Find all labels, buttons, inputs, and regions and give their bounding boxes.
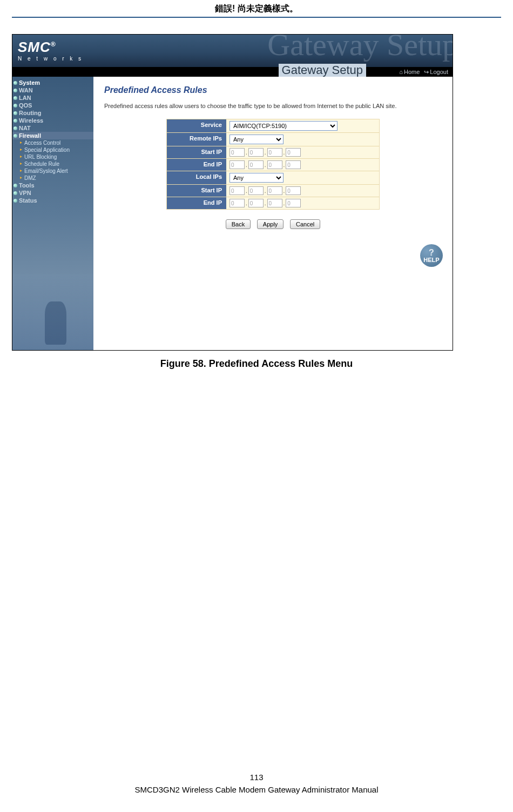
apply-button[interactable]: Apply bbox=[257, 219, 284, 229]
field-label: End IP bbox=[167, 159, 226, 171]
field-label: Local IPs bbox=[167, 171, 226, 184]
footer-manual-title: SMCD3GN2 Wireless Cable Modem Gateway Ad… bbox=[0, 784, 513, 796]
home-icon: ⌂ bbox=[399, 69, 403, 75]
ip-dot: . bbox=[265, 162, 266, 168]
sidebar-item-firewall[interactable]: Firewall bbox=[12, 132, 93, 139]
brand-text: SMC bbox=[18, 39, 51, 55]
figure-caption: Figure 58. Predefined Access Rules Menu bbox=[0, 358, 513, 370]
sidebar-image bbox=[12, 274, 93, 350]
screenshot-blackbar: Gateway Setup ⌂Home ↪Logout bbox=[12, 67, 453, 77]
help-button[interactable]: ? HELP bbox=[420, 244, 443, 267]
field-cell: ... bbox=[226, 185, 379, 197]
ip-octet-input[interactable] bbox=[286, 199, 301, 207]
form-row: ServiceAIM/ICQ(TCP:5190) bbox=[167, 119, 379, 133]
sidebar-item-nat[interactable]: NAT bbox=[12, 124, 93, 132]
topbar-links: ⌂Home ↪Logout bbox=[395, 67, 453, 77]
page-number: 113 bbox=[0, 771, 513, 784]
local-ips-select[interactable]: Any bbox=[230, 173, 284, 183]
ip-dot: . bbox=[246, 200, 247, 206]
ip-octet-input[interactable] bbox=[286, 186, 301, 195]
sidebar-item-dmz[interactable]: DMZ bbox=[12, 175, 93, 182]
access-rules-form: ServiceAIM/ICQ(TCP:5190)Remote IPsAnySta… bbox=[166, 119, 380, 210]
ip-dot: . bbox=[265, 150, 266, 156]
ip-dot: . bbox=[265, 200, 266, 206]
sidebar: SystemWANLANQOSRoutingWirelessNATFirewal… bbox=[12, 77, 93, 350]
sidebar-item-email-syslog-alert[interactable]: Email/Syslog Alert bbox=[12, 167, 93, 175]
home-link[interactable]: ⌂Home bbox=[399, 69, 420, 75]
field-cell: Any bbox=[226, 171, 379, 184]
form-row: End IP... bbox=[167, 159, 379, 171]
ip-octet-input[interactable] bbox=[286, 148, 301, 157]
field-label: Start IP bbox=[167, 185, 226, 197]
page-divider bbox=[12, 17, 501, 18]
sidebar-item-vpn[interactable]: VPN bbox=[12, 189, 93, 197]
field-label: Start IP bbox=[167, 146, 226, 158]
page-description: Predefined access rules allow users to c… bbox=[104, 103, 442, 109]
home-label: Home bbox=[404, 69, 420, 75]
ip-octet-input[interactable] bbox=[267, 199, 282, 207]
ip-octet-input[interactable] bbox=[230, 199, 245, 207]
sidebar-item-system[interactable]: System bbox=[12, 79, 93, 86]
sidebar-item-lan[interactable]: LAN bbox=[12, 94, 93, 102]
ip-octet-input[interactable] bbox=[230, 148, 245, 157]
field-cell: ... bbox=[226, 146, 379, 158]
screenshot-topbar: Gateway Setup SMC® N e t w o r k s bbox=[12, 35, 453, 67]
sidebar-item-access-control[interactable]: Access Control bbox=[12, 139, 93, 146]
page-footer: 113 SMCD3GN2 Wireless Cable Modem Gatewa… bbox=[0, 771, 513, 796]
ip-dot: . bbox=[284, 200, 285, 206]
ip-octet-input[interactable] bbox=[248, 160, 264, 169]
remote-ips-select[interactable]: Any bbox=[230, 135, 284, 144]
button-row: Back Apply Cancel bbox=[104, 219, 442, 229]
main-panel: Predefined Access Rules Predefined acces… bbox=[93, 77, 453, 350]
ip-dot: . bbox=[284, 162, 285, 168]
field-label: Remote IPs bbox=[167, 133, 226, 146]
ip-octet-input[interactable] bbox=[248, 186, 264, 195]
field-label: End IP bbox=[167, 197, 226, 209]
sidebar-item-special-application[interactable]: Special Application bbox=[12, 146, 93, 153]
ip-dot: . bbox=[246, 188, 247, 194]
ip-octet-input[interactable] bbox=[267, 148, 282, 157]
form-row: End IP... bbox=[167, 197, 379, 209]
ip-octet-input[interactable] bbox=[230, 186, 245, 195]
ip-octet-input[interactable] bbox=[286, 160, 301, 169]
sidebar-item-wan[interactable]: WAN bbox=[12, 86, 93, 94]
ip-dot: . bbox=[265, 188, 266, 194]
sidebar-item-wireless[interactable]: Wireless bbox=[12, 117, 93, 124]
help-question-icon: ? bbox=[429, 249, 434, 257]
ip-octet-input[interactable] bbox=[248, 148, 264, 157]
ip-dot: . bbox=[246, 150, 247, 156]
sidebar-item-schedule-rule[interactable]: Schedule Rule bbox=[12, 160, 93, 167]
router-screenshot: Gateway Setup SMC® N e t w o r k s Gatew… bbox=[12, 34, 453, 351]
ip-octet-input[interactable] bbox=[248, 199, 264, 207]
page-header-error: 錯誤! 尚未定義樣式。 bbox=[0, 0, 513, 17]
field-cell: ... bbox=[226, 159, 379, 171]
field-cell: Any bbox=[226, 133, 379, 146]
brand-registered: ® bbox=[51, 41, 56, 48]
sidebar-item-url-blocking[interactable]: URL Blocking bbox=[12, 153, 93, 160]
field-cell: AIM/ICQ(TCP:5190) bbox=[226, 119, 379, 132]
sidebar-item-routing[interactable]: Routing bbox=[12, 109, 93, 117]
ip-octet-input[interactable] bbox=[267, 160, 282, 169]
sidebar-item-tools[interactable]: Tools bbox=[12, 182, 93, 189]
sidebar-item-qos[interactable]: QOS bbox=[12, 102, 93, 109]
service-select[interactable]: AIM/ICQ(TCP:5190) bbox=[230, 121, 338, 131]
form-row: Local IPsAny bbox=[167, 171, 379, 185]
cancel-button[interactable]: Cancel bbox=[290, 219, 320, 229]
brand-subtext: N e t w o r k s bbox=[18, 56, 83, 62]
logout-link[interactable]: ↪Logout bbox=[424, 69, 448, 76]
brand-logo: SMC® N e t w o r k s bbox=[18, 39, 83, 62]
page-title: Predefined Access Rules bbox=[104, 85, 442, 95]
back-button[interactable]: Back bbox=[226, 219, 251, 229]
ip-dot: . bbox=[246, 162, 247, 168]
sidebar-item-status[interactable]: Status bbox=[12, 197, 93, 204]
field-label: Service bbox=[167, 119, 226, 132]
ip-octet-input[interactable] bbox=[230, 160, 245, 169]
form-row: Start IP... bbox=[167, 185, 379, 197]
logout-icon: ↪ bbox=[424, 69, 429, 76]
help-label: HELP bbox=[423, 257, 439, 263]
field-cell: ... bbox=[226, 197, 379, 209]
ip-octet-input[interactable] bbox=[267, 186, 282, 195]
form-row: Start IP... bbox=[167, 146, 379, 159]
logout-label: Logout bbox=[430, 69, 448, 75]
ip-dot: . bbox=[284, 188, 285, 194]
